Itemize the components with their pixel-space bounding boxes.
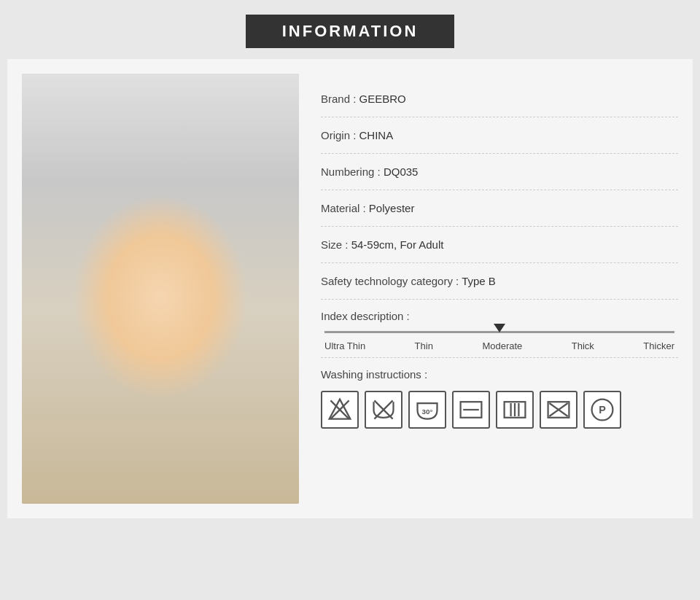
safety-row: Safety technology category : Type B: [321, 263, 678, 300]
no-machine-wash-icon: [365, 391, 402, 429]
flat-dry-svg: [458, 397, 484, 423]
slider-marker: [494, 324, 505, 332]
flat-dry-icon: [452, 391, 490, 429]
origin-value: CHINA: [359, 129, 394, 141]
no-bleach-icon: [321, 391, 359, 429]
dry-clean-icon: P: [583, 391, 621, 429]
main-content: Brand : GEEBRO Origin : CHINA Numbering …: [7, 59, 693, 518]
material-value: Polyester: [369, 202, 415, 214]
origin-label: Origin :: [321, 129, 356, 141]
no-wash-svg: [370, 397, 397, 423]
hang-dry-svg: [502, 397, 528, 423]
numbering-row: Numbering : DQ035: [321, 154, 678, 190]
dry-clean-svg: P: [589, 397, 615, 423]
info-panel: Brand : GEEBRO Origin : CHINA Numbering …: [321, 74, 678, 504]
svg-text:P: P: [599, 404, 606, 416]
no-bleach-svg: [327, 397, 353, 423]
size-row: Size : 54-59cm, For Adult: [321, 227, 678, 263]
washing-title: Washing instructions :: [321, 368, 678, 381]
svg-text:30°: 30°: [422, 408, 433, 416]
numbering-label: Numbering :: [321, 165, 381, 178]
size-label: Size :: [321, 238, 349, 251]
slider-container: Ultra Thin Thin Moderate Thick Thicker: [324, 331, 674, 351]
size-value: 54-59cm, For Adult: [351, 238, 444, 251]
safety-value: Type B: [462, 275, 496, 287]
label-thick: Thick: [572, 340, 594, 351]
label-moderate: Moderate: [482, 340, 522, 351]
no-tumble-svg: [545, 397, 572, 423]
label-thin: Thin: [415, 340, 433, 351]
numbering-value: DQ035: [384, 165, 419, 178]
washing-icons: 30°: [321, 391, 678, 429]
washing-section: Washing instructions :: [321, 358, 678, 439]
safety-label: Safety technology category :: [321, 275, 459, 287]
label-thicker: Thicker: [643, 340, 674, 351]
label-ultra-thin: Ultra Thin: [324, 340, 365, 351]
brand-label: Brand :: [321, 93, 356, 105]
origin-row: Origin : CHINA: [321, 117, 678, 154]
slider-labels: Ultra Thin Thin Moderate Thick Thicker: [324, 340, 674, 351]
hang-dry-icon: [496, 391, 534, 429]
wash-30-svg: 30°: [414, 397, 440, 423]
index-section: Index description : Ultra Thin Thin Mode…: [321, 300, 678, 358]
no-tumble-dry-icon: [540, 391, 578, 429]
material-row: Material : Polyester: [321, 190, 678, 227]
info-badge: INFORMATION: [246, 15, 455, 48]
header-section: INFORMATION: [0, 0, 700, 59]
material-label: Material :: [321, 202, 366, 214]
wash-30-icon: 30°: [408, 391, 446, 429]
index-title: Index description :: [321, 310, 678, 322]
brand-value: GEEBRO: [359, 93, 406, 105]
slider-track: [324, 331, 674, 333]
brand-row: Brand : GEEBRO: [321, 81, 678, 117]
product-image: [22, 74, 299, 504]
